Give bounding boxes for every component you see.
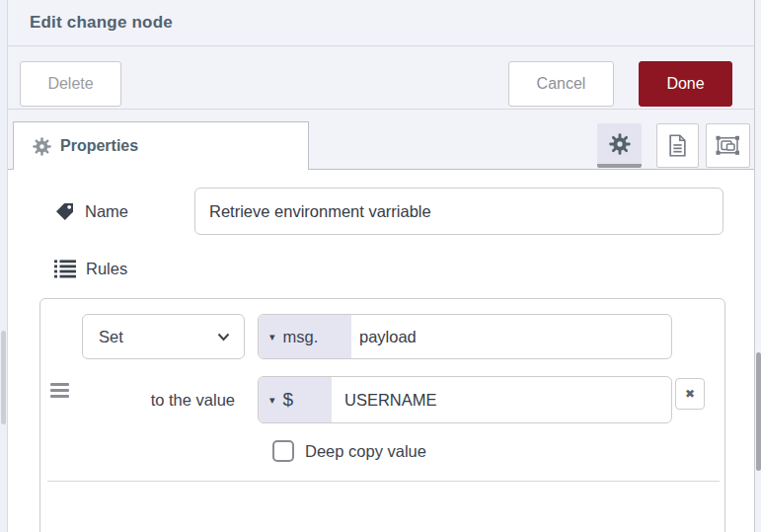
rule-property-input: ▾ msg. <box>258 314 672 359</box>
caret-down-icon: ▾ <box>269 395 275 406</box>
appearance-icon <box>716 135 740 156</box>
name-label: Name <box>85 202 128 221</box>
property-type-label: msg. <box>283 328 319 346</box>
deep-copy-label: Deep copy value <box>305 442 426 461</box>
document-icon <box>668 134 687 157</box>
tab-properties-label: Properties <box>60 137 138 155</box>
rule-action-select[interactable]: Set <box>82 314 245 359</box>
tray-header: Edit change node <box>8 0 754 46</box>
done-button[interactable]: Done <box>639 61 732 107</box>
rule-value-input: ▾ $ <box>258 376 672 423</box>
left-edge-strip <box>0 0 8 532</box>
gear-icon <box>609 133 631 155</box>
to-the-value-label: to the value <box>40 376 235 423</box>
rule-action-value: Set <box>99 328 123 346</box>
deep-copy-row: Deep copy value <box>272 438 426 464</box>
chevron-down-icon <box>217 333 230 342</box>
tab-properties[interactable]: Properties <box>13 121 309 170</box>
property-type-button[interactable]: ▾ msg. <box>259 315 351 358</box>
property-value-input[interactable] <box>351 315 671 358</box>
deep-copy-checkbox[interactable] <box>272 440 294 462</box>
close-icon: ✖ <box>685 387 695 401</box>
tag-icon <box>54 201 75 222</box>
rule-card: Set ▾ msg. to the value <box>39 298 725 532</box>
rules-label: Rules <box>86 260 127 278</box>
delete-button[interactable]: Delete <box>20 61 121 107</box>
description-view-button[interactable] <box>656 123 699 168</box>
left-scrollbar-thumb[interactable] <box>1 331 6 424</box>
cancel-button[interactable]: Cancel <box>508 61 614 107</box>
tray-scrollbar-thumb[interactable] <box>756 352 761 471</box>
tray-scrollbar-track <box>754 0 761 532</box>
name-input[interactable] <box>194 188 723 235</box>
list-icon <box>54 260 76 278</box>
dialog-title: Edit change node <box>30 0 173 45</box>
appearance-view-button[interactable] <box>706 123 750 168</box>
caret-down-icon: ▾ <box>269 332 275 342</box>
tray-toolbar: Delete Cancel Done <box>8 46 754 110</box>
value-type-label: $ <box>283 389 294 411</box>
properties-form: Name Rules Set <box>8 170 754 532</box>
edit-node-tray: Edit change node Delete Cancel Done <box>8 0 754 532</box>
gear-icon <box>33 137 51 156</box>
rule-divider <box>47 481 720 482</box>
value-type-button[interactable]: ▾ $ <box>259 377 332 422</box>
value-input[interactable] <box>332 377 671 422</box>
rules-section-label-row: Rules <box>54 255 127 282</box>
remove-rule-button[interactable]: ✖ <box>675 378 705 410</box>
properties-view-button[interactable] <box>597 123 642 168</box>
name-field-label-row: Name <box>54 188 128 235</box>
editor-tab-strip: Properties <box>8 110 754 170</box>
